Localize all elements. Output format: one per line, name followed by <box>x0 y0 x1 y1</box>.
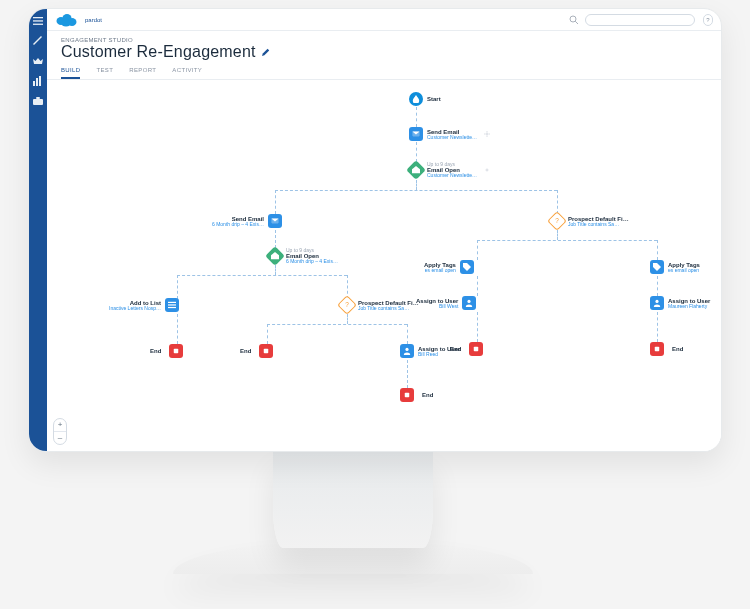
node-sub: Job Title contains Sa… <box>358 306 419 311</box>
svg-rect-5 <box>39 76 41 86</box>
zoom-in-button[interactable]: + <box>54 419 66 431</box>
edge <box>177 275 178 299</box>
edge <box>275 190 276 214</box>
svg-text:?: ? <box>555 217 559 224</box>
salesforce-cloud-logo <box>55 13 79 27</box>
tab-bar: BUILD TEST REPORT ACTIVITY <box>47 61 721 80</box>
node-sub: 6 Month drip – 4 Exis… <box>286 259 338 264</box>
zoom-out-button[interactable]: – <box>54 432 66 444</box>
node-add-to-list[interactable]: Add to List Inactive Letters Nosp… <box>109 298 179 312</box>
user-icon <box>650 296 664 310</box>
node-end[interactable]: End <box>650 342 683 356</box>
svg-rect-31 <box>264 349 268 353</box>
node-email-open-2[interactable]: Up to 9 days Email Open 6 Month drip – 4… <box>268 248 338 264</box>
svg-point-20 <box>486 169 488 171</box>
nav-item-crown[interactable] <box>32 55 44 67</box>
canvas[interactable]: Start Send Email Customer Newslette… <box>47 80 721 451</box>
node-end[interactable]: End <box>150 344 183 358</box>
page-header: ENGAGEMENT STUDIO Customer Re-Engagement <box>47 31 721 61</box>
edge <box>275 230 276 248</box>
node-start[interactable]: Start <box>409 92 441 106</box>
open-envelope-icon <box>406 160 426 180</box>
nav-menu-toggle[interactable] <box>32 15 44 27</box>
edge <box>267 324 407 325</box>
svg-rect-7 <box>36 97 40 99</box>
node-title: End <box>150 348 161 354</box>
gear-icon[interactable] <box>484 167 490 173</box>
node-assign-user-2[interactable]: Assign to User Bill West <box>416 296 476 310</box>
svg-text:?: ? <box>345 301 349 308</box>
stop-icon <box>469 342 483 356</box>
edge <box>275 265 276 275</box>
edge <box>657 240 658 260</box>
node-rule-2[interactable]: ? Prospect Default Fi… Job Title contain… <box>550 214 629 228</box>
list-icon <box>165 298 179 312</box>
node-sub: Inactive Letters Nosp… <box>109 306 161 311</box>
help-button[interactable]: ? <box>703 14 713 26</box>
search-icon[interactable] <box>569 15 579 25</box>
svg-rect-2 <box>33 24 43 25</box>
node-title: End <box>422 392 433 398</box>
node-title: End <box>672 346 683 352</box>
svg-rect-23 <box>168 304 176 305</box>
node-assign-user-3[interactable]: Assign to User Maureen Flaherty <box>650 296 710 310</box>
stop-icon <box>650 342 664 356</box>
edge <box>407 360 408 388</box>
node-end[interactable]: End <box>240 344 273 358</box>
node-title: Start <box>427 96 441 102</box>
tab-test[interactable]: TEST <box>96 67 113 79</box>
node-sub: es email open <box>668 268 700 273</box>
nav-item-wand[interactable] <box>32 35 44 47</box>
stop-icon <box>169 344 183 358</box>
edge <box>347 314 348 324</box>
svg-point-28 <box>468 300 471 303</box>
node-sub: Customer Newslette… <box>427 135 477 140</box>
node-rule-1[interactable]: ? Prospect Default Fi… Job Title contain… <box>340 298 419 312</box>
nav-item-briefcase[interactable] <box>32 95 44 107</box>
question-icon: ? <box>337 295 357 315</box>
edge <box>416 107 417 127</box>
edge <box>267 324 268 344</box>
stop-icon <box>400 388 414 402</box>
svg-rect-24 <box>168 307 176 308</box>
search-input[interactable] <box>585 14 695 26</box>
edge <box>557 230 558 240</box>
node-email-open-1[interactable]: Up to 9 days Email Open Customer Newslet… <box>409 162 490 178</box>
user-icon <box>400 344 414 358</box>
svg-rect-34 <box>655 347 659 351</box>
node-sub: es email open <box>424 268 456 273</box>
node-sub: Maureen Flaherty <box>668 304 710 309</box>
node-sub: Job Title contains Sa… <box>568 222 629 227</box>
node-send-email-1[interactable]: Send Email Customer Newslette… <box>409 127 490 141</box>
svg-point-29 <box>655 300 658 303</box>
edge <box>416 142 417 162</box>
tab-build[interactable]: BUILD <box>61 67 80 79</box>
tag-icon <box>460 260 474 274</box>
node-apply-tags-1[interactable]: Apply Tags es email open <box>424 260 474 274</box>
node-title: End <box>240 348 251 354</box>
node-apply-tags-2[interactable]: Apply Tags es email open <box>650 260 700 274</box>
edge <box>477 276 478 296</box>
node-end[interactable]: End <box>450 342 483 356</box>
tag-icon <box>650 260 664 274</box>
node-sub: Bill West <box>416 304 458 309</box>
tab-report[interactable]: REPORT <box>129 67 156 79</box>
droplet-icon <box>409 92 423 106</box>
svg-rect-4 <box>36 78 38 86</box>
tab-activity[interactable]: ACTIVITY <box>172 67 202 79</box>
monitor-frame: pardot ? ENGAGEMENT STUDIO Customer Re-E… <box>28 8 722 452</box>
nav-item-analytics[interactable] <box>32 75 44 87</box>
node-send-email-2[interactable]: Send Email 6 Month drip – 4 Exis… <box>212 214 282 228</box>
gear-icon[interactable] <box>484 131 490 137</box>
edit-title-icon[interactable] <box>262 48 270 56</box>
edge <box>477 240 478 260</box>
app-shell: pardot ? ENGAGEMENT STUDIO Customer Re-E… <box>29 9 721 451</box>
svg-rect-0 <box>33 17 43 18</box>
svg-point-15 <box>486 133 488 135</box>
svg-rect-32 <box>405 393 409 397</box>
edge <box>407 324 408 344</box>
page-title: Customer Re-Engagement <box>61 43 256 61</box>
node-sub: 6 Month drip – 4 Exis… <box>212 222 264 227</box>
node-end[interactable]: End <box>400 388 433 402</box>
svg-point-26 <box>405 348 408 351</box>
